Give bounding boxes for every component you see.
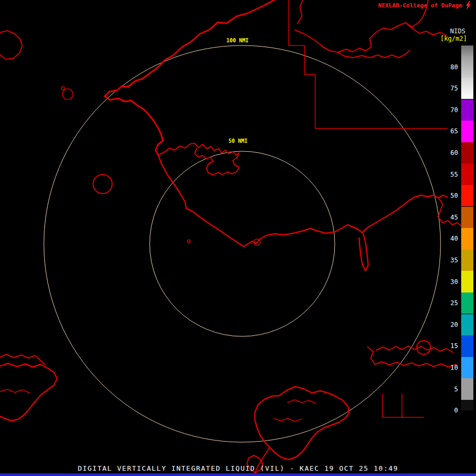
colorbar-segment: [461, 163, 473, 185]
stream-cluster-inlet: [158, 143, 239, 175]
colorbar-tick-label: 55: [442, 170, 458, 179]
colorbar-tick-label: 10: [442, 363, 458, 372]
colorbar-segment: [461, 378, 473, 400]
colorbar-tick-label: 65: [442, 127, 458, 135]
colorbar-segment: [461, 56, 473, 78]
blob-bottom-left-inner: [0, 389, 30, 393]
colorbar-tick-label: 15: [442, 342, 458, 350]
colorbar: [461, 45, 473, 411]
map-dot-center: [188, 240, 190, 243]
colorbar-segment: [461, 207, 473, 228]
colorbar-tick-label: 0: [442, 406, 458, 415]
colorbar-tick-label: 30: [442, 278, 458, 286]
footer-progress-bar: [0, 473, 476, 476]
stream-left-edge: [0, 354, 45, 364]
colorbar-tick-label: 50: [442, 191, 458, 200]
colorbar-tick-label: 20: [442, 321, 458, 329]
lake-left-mid: [93, 175, 112, 194]
colorbar-segment: [461, 271, 473, 292]
brand-link[interactable]: NEXLAB-College of DuPage: [378, 2, 462, 9]
radar-map: [0, 0, 476, 476]
range-ring-100nmi: [44, 45, 441, 442]
island-inner-stream-1: [288, 400, 315, 403]
colorbar-tick-label: 75: [442, 84, 458, 93]
colorbar-segment: [461, 121, 473, 142]
colorbar-title: NIDS: [450, 28, 465, 35]
river-topright-2: [338, 50, 410, 58]
range-label-50nmi: 50 NMI: [227, 138, 249, 144]
colorbar-segment: [461, 185, 473, 207]
colorbar-tick-label: 60: [442, 149, 458, 157]
blob-top-left: [0, 31, 22, 59]
colorbar-segment: [461, 45, 473, 56]
range-label-100nmi: 100 NMI: [225, 38, 250, 43]
product-caption: DIGITAL VERTICALLY INTEGRATED LIQUID (VI…: [0, 464, 476, 472]
colorbar-tick-label: 5: [442, 385, 458, 393]
colorbar-segment: [461, 400, 473, 410]
colorbar-segment: [461, 292, 473, 314]
colorbar-segment: [461, 228, 473, 250]
county-boundary-topright: [289, 0, 447, 129]
coastline-main: [158, 155, 447, 246]
colorbar-segment: [461, 142, 473, 164]
colorbar-tick-label: 25: [442, 299, 458, 307]
lake-dot-upper-left: [61, 87, 65, 90]
colorbar-segment: [461, 357, 473, 379]
county-boundary-bottomright-1: [382, 394, 424, 417]
colorbar-tick-label: 70: [442, 106, 458, 114]
river-right-mid-2: [377, 346, 453, 352]
coastline-northwest: [105, 0, 276, 155]
colorbar-tick-label: 80: [442, 63, 458, 71]
map-outlines: [0, 0, 473, 476]
nexlab-logo-icon: [464, 1, 472, 10]
brand-text: NEXLAB-College of DuPage: [378, 2, 462, 9]
river-topedge: [298, 0, 303, 23]
colorbar-tick-label: 45: [442, 213, 458, 222]
island-inner-stream-2: [274, 418, 301, 422]
colorbar-segment: [461, 314, 473, 336]
colorbar-tick-label: 35: [442, 256, 458, 264]
colorbar-segment: [461, 250, 473, 271]
colorbar-segment: [461, 78, 473, 99]
colorbar-units-label: [kg/m2]: [440, 35, 467, 42]
range-rings: [44, 45, 441, 442]
lake-small-upper-left: [62, 89, 73, 99]
colorbar-segment: [461, 99, 473, 121]
colorbar-tick-label: 40: [442, 234, 458, 243]
colorbar-segment: [461, 335, 473, 357]
range-ring-50nmi: [150, 151, 335, 336]
radar-viewer: NEXLAB-College of DuPage NIDS [kg/m2] 10…: [0, 0, 476, 476]
coastline-peninsula: [359, 234, 368, 271]
